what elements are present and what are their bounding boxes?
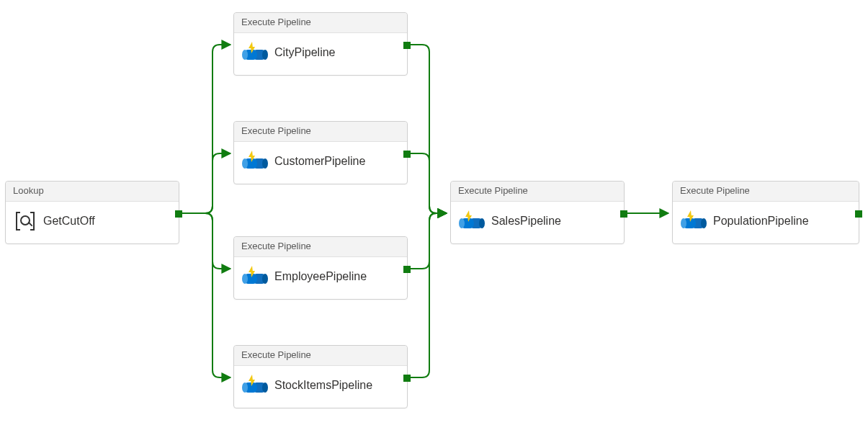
output-port-success[interactable] xyxy=(620,210,627,218)
edge-city-sales xyxy=(411,45,447,213)
execute-pipeline-icon xyxy=(683,212,704,231)
execute-pipeline-icon xyxy=(244,152,266,171)
output-port-success[interactable] xyxy=(403,266,411,273)
edge-stockitems-sales xyxy=(411,213,447,377)
execute-pipeline-icon xyxy=(461,212,483,231)
edge-lookup-customer xyxy=(182,153,231,213)
edge-lookup-employee xyxy=(182,213,231,269)
activity-execute-employeepipeline[interactable]: Execute Pipeline EmployeePipeline xyxy=(233,236,408,300)
output-port-success[interactable] xyxy=(403,375,411,382)
activity-name: PopulationPipeline xyxy=(713,215,809,228)
output-port-success[interactable] xyxy=(403,151,411,158)
activity-execute-customerpipeline[interactable]: Execute Pipeline CustomerPipeline xyxy=(233,121,408,184)
activity-name: SalesPipeline xyxy=(491,215,561,228)
activity-type-label: Execute Pipeline xyxy=(234,13,407,33)
output-port-success[interactable] xyxy=(855,210,862,218)
output-port-success[interactable] xyxy=(175,210,182,218)
execute-pipeline-icon xyxy=(244,376,266,395)
activity-execute-stockitemspipeline[interactable]: Execute Pipeline StockItemsPipeline xyxy=(233,345,408,408)
activity-type-label: Execute Pipeline xyxy=(234,122,407,142)
activity-type-label: Execute Pipeline xyxy=(234,237,407,257)
edge-lookup-city xyxy=(182,45,231,213)
activity-name: StockItemsPipeline xyxy=(274,379,372,392)
pipeline-canvas[interactable]: { "nodes": { "lookup": { "header": "Look… xyxy=(0,0,868,425)
activity-execute-citypipeline[interactable]: Execute Pipeline CityPipeline xyxy=(233,12,408,76)
activity-type-label: Execute Pipeline xyxy=(451,182,624,202)
activity-type-label: Execute Pipeline xyxy=(234,346,407,366)
output-port-success[interactable] xyxy=(403,42,411,49)
activity-lookup-getcutoff[interactable]: Lookup GetCutOff xyxy=(5,181,179,244)
activity-name: CustomerPipeline xyxy=(274,155,365,168)
execute-pipeline-icon xyxy=(244,267,266,286)
activity-name: GetCutOff xyxy=(43,215,95,228)
activity-execute-salespipeline[interactable]: Execute Pipeline SalesPipeline xyxy=(450,181,625,244)
edge-employee-sales xyxy=(411,213,447,269)
execute-pipeline-icon xyxy=(244,43,266,62)
activity-name: EmployeePipeline xyxy=(274,270,367,283)
lookup-icon xyxy=(16,212,35,231)
activity-name: CityPipeline xyxy=(274,46,335,59)
activity-type-label: Lookup xyxy=(6,182,179,202)
edge-lookup-stockitems xyxy=(182,213,231,377)
activity-type-label: Execute Pipeline xyxy=(673,182,859,202)
edge-customer-sales xyxy=(411,153,447,213)
activity-execute-populationpipeline[interactable]: Execute Pipeline PopulationPipeline xyxy=(672,181,859,244)
